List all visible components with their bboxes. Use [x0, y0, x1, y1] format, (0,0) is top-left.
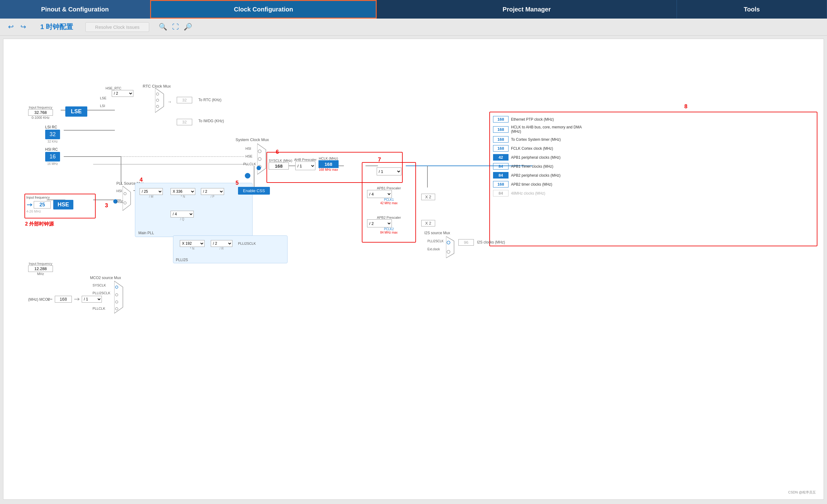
toolbar: ↩ ↪ 1 时钟配置 Resolve Clock Issues 🔍 ⛶ 🔍 — [0, 18, 827, 36]
svg-point-34 — [115, 294, 118, 296]
output-apb1-timer: 84 APB1 Timer clocks (MHz) — [493, 163, 814, 169]
zoom-out-icon[interactable]: 🔍 — [183, 22, 193, 32]
fit-screen-icon[interactable]: ⛶ — [171, 22, 180, 32]
mco2-val: 168 / 1 — [47, 296, 102, 303]
hsi-rc-box: 16 16 MHz — [45, 152, 60, 165]
ethernet-ptp-val[interactable]: 168 — [493, 116, 508, 122]
mco2-source-mux-label: MCO2 source Mux — [90, 276, 121, 281]
annotation-3: 3 — [105, 202, 108, 209]
apb2-x2-multiplier: X 2 — [421, 220, 435, 226]
pll-m-select[interactable]: / 25 — [140, 188, 163, 195]
plli2sclk-i2s-label: PLLI2SCLK — [427, 239, 443, 243]
mco2-sysclk-label: SYSCLK — [93, 284, 106, 287]
fclk-val[interactable]: 168 — [493, 145, 508, 152]
input-freq-lse-value[interactable]: 32.768 — [28, 109, 53, 116]
lse-box[interactable]: LSE — [65, 106, 87, 117]
pllclk-active-radio[interactable] — [245, 173, 250, 179]
svg-marker-29 — [446, 236, 454, 258]
pllclk-sysclk-label: PLLCLK — [243, 162, 256, 166]
svg-point-28 — [124, 202, 126, 204]
apb2-prescaler-select[interactable]: / 2 — [367, 219, 392, 228]
apb1-x2-multiplier: X 2 — [421, 194, 435, 200]
hse-rtc-div-box: / 2 — [112, 90, 133, 97]
zoom-in-icon[interactable]: 🔍 — [158, 22, 168, 32]
pll-n-select[interactable]: X 336 — [171, 188, 195, 195]
svg-point-35 — [115, 301, 118, 303]
enable-css-btn[interactable]: Enable CSS — [238, 187, 270, 195]
output-clocks-section: 168 Ethernet PTP clock (MHz) 168 HCLK to… — [489, 112, 817, 246]
annotation-8: 8 — [684, 103, 687, 110]
input-freq-lse-label: Input frequency 32.768 0-1000 KHz — [28, 105, 53, 119]
hse-sysclk-label: HSE — [245, 154, 252, 158]
output-cortex-timer: 168 To Cortex System timer (MHz) — [493, 136, 814, 143]
plli2s-r-select[interactable]: / 2 — [211, 240, 233, 247]
plli2s-n-select[interactable]: X 192 — [180, 240, 205, 247]
hse-rtc-label: HSE_RTC — [105, 86, 121, 90]
enable-css-button[interactable]: Enable CSS — [238, 187, 270, 195]
pllclk-radio[interactable] — [256, 166, 261, 170]
pll-source-mux-shape — [123, 186, 131, 211]
apb2-timer-val[interactable]: 168 — [493, 181, 508, 188]
hsi-box[interactable]: 16 — [45, 152, 60, 161]
undo-button[interactable]: ↩ — [6, 22, 15, 32]
annotation-7: 7 — [378, 157, 381, 163]
to-rtc-label: To RTC (KHz) — [198, 98, 221, 102]
ahb-prescaler-select[interactable]: / 1 — [295, 161, 315, 170]
input-freq-12288-value[interactable]: 12.288 — [28, 265, 53, 272]
output-fclk: 168 FCLK Cortex clock (MHz) — [493, 145, 814, 152]
ext-clock-label: Ext.clock — [427, 247, 440, 251]
system-clock-mux-label: System Clock Mux — [236, 137, 269, 143]
mco2-pllclk-label: PLLCLK — [93, 307, 105, 310]
pll-m-divider: / 25 / M — [140, 188, 163, 198]
apb-prescalers-section: 7 / 1 APB1 Prescaler / 4 PCLK1 42 MHz ma… — [362, 162, 416, 243]
output-48mhz: 84 48MHz clocks (MHz) — [493, 190, 814, 196]
pllclk-selected-radio — [256, 166, 261, 171]
svg-point-33 — [115, 286, 118, 288]
pll-q-select[interactable]: / 4 — [171, 211, 194, 217]
apb1-periph-val[interactable]: 42 — [493, 154, 508, 161]
hse-rtc-div-select[interactable]: / 2 — [112, 90, 133, 97]
cortex-timer-val[interactable]: 168 — [493, 136, 508, 143]
output-apb2-timer: 168 APB2 timer clocks (MHz) — [493, 181, 814, 188]
rtc-mux-shape — [155, 88, 164, 113]
svg-point-20 — [156, 99, 159, 101]
output-ethernet-ptp: 168 Ethernet PTP clock (MHz) — [493, 116, 814, 122]
hclk-val[interactable]: 168 — [319, 160, 339, 168]
lsi-box[interactable]: 32 — [45, 130, 60, 139]
svg-marker-26 — [123, 186, 131, 211]
apb1-timer-val[interactable]: 84 — [493, 163, 508, 169]
svg-point-23 — [258, 150, 261, 153]
mco2-div-select[interactable]: / 1 — [82, 296, 102, 303]
nav-tools[interactable]: Tools — [677, 0, 827, 18]
48mhz-val: 84 — [493, 190, 508, 196]
svg-point-24 — [258, 157, 261, 161]
mco2-plli2sclk-label: PLLI2SCLK — [93, 291, 110, 295]
svg-point-36 — [115, 308, 118, 310]
plli2sclk-label: PLLI2SCLK — [238, 242, 256, 245]
hclk-ahb-val[interactable]: 168 — [493, 126, 508, 133]
nav-project-manager[interactable]: Project Manager — [377, 0, 677, 18]
to-iwdg-val: 32 — [177, 119, 192, 125]
annotation-6: 6 — [276, 149, 279, 155]
resolve-clock-issues-button[interactable]: Resolve Clock Issues — [86, 22, 149, 32]
redo-button[interactable]: ↪ — [18, 22, 28, 32]
to-rtc-val: 32 — [177, 97, 192, 103]
lse-rtc-mux-label: LSE — [100, 96, 106, 100]
output-apb2-periph: 84 APB2 peripheral clocks (MHz) — [493, 172, 814, 179]
clock-diagram-container: Input frequency 32.768 0-1000 KHz LSE RT… — [3, 39, 824, 500]
nav-clock-config[interactable]: Clock Configuration — [150, 0, 377, 18]
apb1-prescaler-select[interactable]: / 4 — [367, 190, 392, 198]
hse-pll-mux-label: HSE — [116, 200, 124, 204]
output-apb1-periph: 42 APB1 peripheral clocks (MHz) — [493, 154, 814, 161]
div1-select[interactable]: / 1 — [377, 167, 401, 175]
nav-pinout[interactable]: Pinout & Configuration — [0, 0, 150, 18]
annotation-5: 5 — [236, 180, 239, 186]
input-freq-12288-label: Input frequency 12.288 MHz — [28, 262, 53, 276]
pll-p-select[interactable]: / 2 — [201, 188, 224, 195]
hse-box[interactable]: HSE — [53, 200, 74, 209]
hsi-sysclk-label: HSI — [245, 147, 251, 150]
mco2-mux-shape — [114, 281, 124, 314]
i2s-output-val: 96 — [458, 239, 474, 246]
apb2-periph-val[interactable]: 84 — [493, 172, 508, 179]
pllclk-radio-indicator — [245, 173, 250, 179]
